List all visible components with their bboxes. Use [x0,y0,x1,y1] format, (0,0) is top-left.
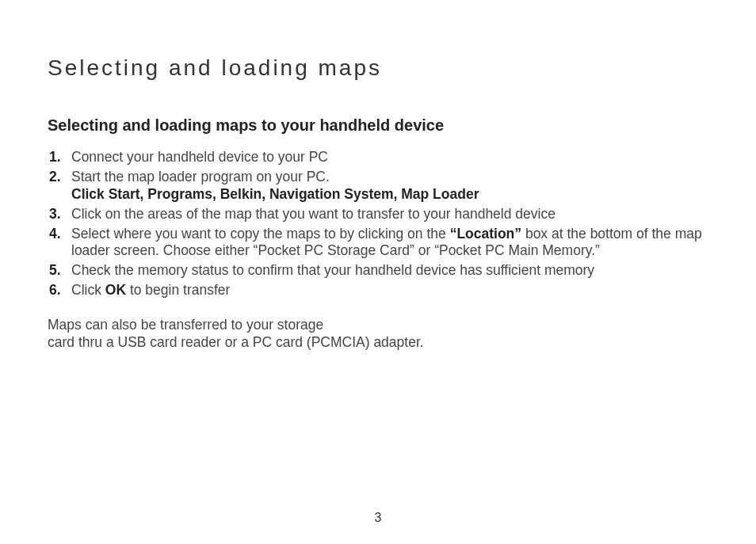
note-line: Maps can also be transferred to your sto… [48,317,323,333]
steps-list: Connect your handheld device to your PC … [48,149,708,299]
section-heading: Selecting and loading maps to your handh… [48,116,708,135]
step-text-bold: “Location” [450,226,521,242]
step-item: Select where you want to copy the maps t… [71,226,708,261]
step-text: Start the map loader program on your PC. [71,169,330,185]
page-number: 3 [0,511,756,525]
step-item: Start the map loader program on your PC.… [71,169,708,204]
step-subtext-bold: Click Start, Programs, Belkin, Navigatio… [71,186,708,204]
step-item: Connect your handheld device to your PC [71,149,708,166]
step-item: Check the memory status to confirm that … [71,262,708,280]
step-item: Click OK to begin transfer [71,282,708,299]
step-text: Check the memory status to confirm that … [71,262,594,278]
step-text: Connect your handheld device to your PC [71,149,328,165]
page-title: Selecting and loading maps [48,55,708,81]
document-page: Selecting and loading maps Selecting and… [0,0,756,544]
note-line: card thru a USB card reader or a PC card… [48,334,424,350]
step-item: Click on the areas of the map that you w… [71,206,708,223]
footer-note: Maps can also be transferred to your sto… [48,317,708,352]
step-text: to begin transfer [126,282,230,298]
step-text: Click [71,282,105,298]
step-text: Select where you want to copy the maps t… [71,226,450,242]
step-text: Click on the areas of the map that you w… [71,206,556,222]
step-text-bold: OK [105,282,126,298]
